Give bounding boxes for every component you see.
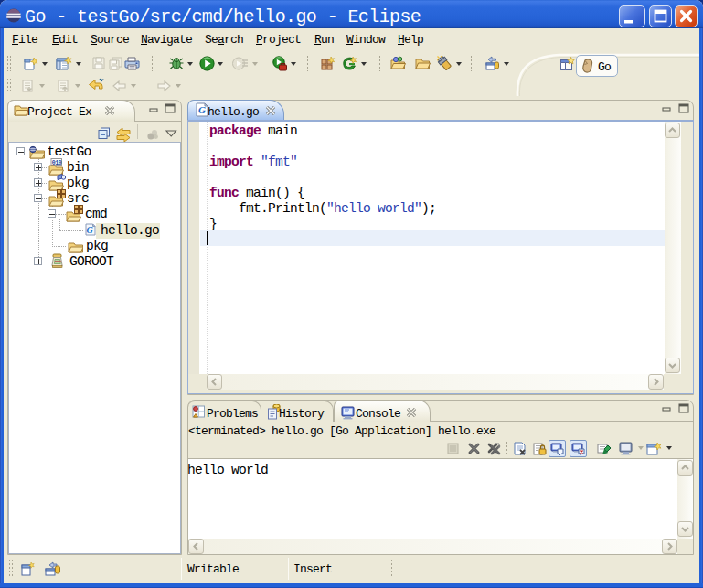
svg-text:010: 010 [52, 160, 62, 166]
svg-text:G: G [198, 104, 206, 115]
svg-text:G: G [87, 225, 94, 235]
